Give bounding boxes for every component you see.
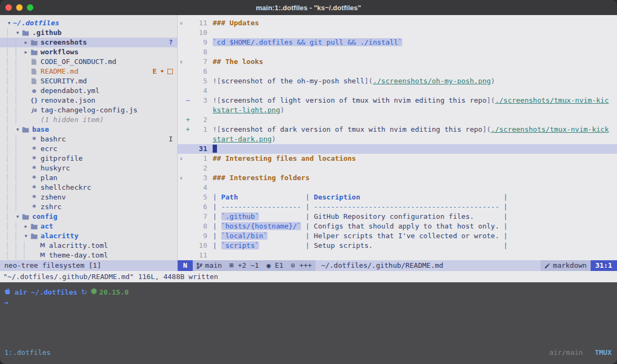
tree-item-bashrc[interactable]: │ │ *bashrcI xyxy=(0,134,177,144)
fold-open-icon[interactable]: ∨ xyxy=(178,57,185,67)
line-number: 11 xyxy=(191,251,207,260)
editor-line[interactable]: 10 xyxy=(178,28,617,38)
editor-line[interactable]: 5![screenshot of the oh-my-posh shell](.… xyxy=(178,76,617,86)
tree-item-plan[interactable]: │ │ *plan xyxy=(0,173,177,183)
editor-line[interactable]: ∨3### Interesting folders xyxy=(178,173,617,183)
tree-item-label: zshrc xyxy=(40,202,61,212)
minimize-button[interactable] xyxy=(16,4,23,11)
tree-item-gitprofile[interactable]: │ │ *gitprofile xyxy=(0,154,177,163)
editor-line[interactable]: 10| `scripts` | Setup scripts. | xyxy=(178,241,617,251)
tree-item-label: alacritty.toml xyxy=(49,241,108,251)
fullscreen-button[interactable] xyxy=(27,4,33,11)
tree-item-act[interactable]: │ │ ▸act xyxy=(0,222,177,231)
syntax-segment xyxy=(259,241,301,249)
branch-icon xyxy=(197,262,202,269)
line-number: 10 xyxy=(191,241,207,251)
editor-line[interactable]: 9`cd $HOME/.dotfiles && git pull && ./in… xyxy=(178,38,617,47)
expander-spacer xyxy=(31,241,38,251)
line-number: 4 xyxy=(191,183,207,192)
neo-tree-panel: ▾~/.dotfiles│ ▾.github│ │ ▸screenshots?│… xyxy=(0,15,178,260)
editor-line[interactable]: 6| ------------------- | ---------------… xyxy=(178,202,617,212)
prompt-host: air xyxy=(15,288,27,296)
indent-guides: │ │ xyxy=(5,183,22,192)
terminal-input-line[interactable]: → xyxy=(4,298,612,309)
tree-item-config[interactable]: │ ▾config xyxy=(0,212,177,222)
status-marker: • xyxy=(160,67,164,76)
tree-item-renovate.json[interactable]: │ │ {}renovate.json xyxy=(0,96,177,105)
editor-line[interactable]: 2 xyxy=(178,163,617,173)
tree-item-ecrc[interactable]: │ │ *ecrc xyxy=(0,144,177,154)
editor-line[interactable]: 9| `local/bin` | Helper scripts that I'v… xyxy=(178,231,617,241)
tree-item-screenshots[interactable]: │ │ ▸screenshots? xyxy=(0,38,177,47)
tree-item-huskyrc[interactable]: │ │ *huskyrc xyxy=(0,163,177,173)
editor-line[interactable]: 6 xyxy=(178,67,617,76)
sign-column xyxy=(185,183,191,192)
editor-line[interactable]: 8 xyxy=(178,47,617,57)
chevron-down-icon[interactable]: ▾ xyxy=(14,125,22,134)
indent-guides: │ │ xyxy=(5,173,22,183)
chevron-right-icon[interactable]: ▸ xyxy=(22,47,30,57)
tree-item-label: dependabot.yml xyxy=(40,86,100,96)
node-version-segment: 20.15.0 xyxy=(91,288,129,296)
tree-item-label: CODE_OF_CONDUCT.md xyxy=(40,57,116,67)
tree-item-dependabot.yml[interactable]: │ │ dependabot.yml xyxy=(0,86,177,96)
editor-line[interactable]: start-dark.png) xyxy=(178,134,617,144)
editor-line[interactable]: ∨7## The looks xyxy=(178,57,617,67)
fold-open-icon[interactable]: ∨ xyxy=(178,18,185,28)
chevron-right-icon[interactable]: ▸ xyxy=(22,38,30,47)
tree-item-label: ~/.dotfiles xyxy=(13,18,59,28)
editor-line[interactable]: 11 xyxy=(178,251,617,260)
editor-line[interactable]: 31 xyxy=(178,144,617,154)
tree-item-shellcheckrc[interactable]: │ │ *shellcheckrc xyxy=(0,183,177,192)
editor-line[interactable]: 5| Path | Description | xyxy=(178,192,617,202)
line-number: 11 xyxy=(191,18,207,28)
tree-item-.github[interactable]: │ ▾.github xyxy=(0,28,177,38)
shell-pane[interactable]: air ~/.dotfiles ↻ 20.15.0 → 1:.dotfiles … xyxy=(0,282,617,364)
editor-line[interactable]: +1![screenshot of dark version of tmux w… xyxy=(178,125,617,134)
line-content xyxy=(213,144,217,154)
tree-item-readme.md[interactable]: │ │ README.mdE• xyxy=(0,67,177,76)
statusline: N main ⊞ +2 ~1 ◉ E1 ⊙ +++ ~/.dotfiles/.g… xyxy=(178,260,617,271)
chevron-down-icon[interactable]: ▾ xyxy=(22,231,30,241)
chevron-down-icon[interactable]: ▾ xyxy=(14,28,22,38)
editor-line[interactable]: 4 xyxy=(178,86,617,96)
tree-item-code-of-conduct.md[interactable]: │ │ CODE_OF_CONDUCT.md xyxy=(0,57,177,67)
editor-line[interactable]: ∨11### Updates xyxy=(178,18,617,28)
editor-line[interactable]: ∨1## Interesting files and locations xyxy=(178,154,617,163)
tree-item-tag-changelog-config.js[interactable]: │ │ jstag-changelog-config.js xyxy=(0,105,177,115)
folder-icon xyxy=(30,233,38,239)
tree-item-alacritty.toml[interactable]: │ │ │ Malacritty.toml xyxy=(0,241,177,251)
tree-item-security.md[interactable]: │ │ SECURITY.md xyxy=(0,76,177,86)
editor-line[interactable]: ~3![screenshot of light version of tmux … xyxy=(178,96,617,105)
tree-item-base[interactable]: │ ▾base xyxy=(0,125,177,134)
editor-line[interactable]: 7| `.github` | GitHub Repository configu… xyxy=(178,212,617,222)
tree-item-workflows[interactable]: │ │ ▸workflows xyxy=(0,47,177,57)
syntax-segment: ]( xyxy=(482,125,491,133)
fold-open-icon[interactable]: ∨ xyxy=(178,173,185,183)
tree-item--.dotfiles[interactable]: ▾~/.dotfiles xyxy=(0,18,177,28)
fold-open-icon[interactable]: ∨ xyxy=(178,154,185,163)
syntax-segment: | xyxy=(301,193,313,201)
editor-buffer[interactable]: ∨11### Updates109`cd $HOME/.dotfiles && … xyxy=(178,15,617,260)
editor-line[interactable]: +2 xyxy=(178,115,617,125)
close-button[interactable] xyxy=(5,4,12,11)
tree-item-theme-day.toml[interactable]: │ │ │ Mtheme-day.toml xyxy=(0,251,177,260)
chevron-right-icon[interactable]: ▸ xyxy=(22,222,30,231)
chevron-down-icon[interactable]: ▾ xyxy=(14,212,22,222)
folder-icon xyxy=(30,224,38,230)
syntax-segment: ### Interesting folders xyxy=(213,174,310,182)
editor-line[interactable]: 8| `hosts/{hostname}/` | Configs that sh… xyxy=(178,222,617,231)
syntax-segment: ![ xyxy=(213,77,221,85)
sign-column xyxy=(185,134,191,144)
line-content: ### Interesting folders xyxy=(213,173,310,183)
sign-column xyxy=(185,154,191,163)
tmux-window[interactable]: 1:.dotfiles xyxy=(4,348,51,356)
line-content: ## Interesting files and locations xyxy=(213,154,356,163)
tree-item-zshrc[interactable]: │ │ *zshrc xyxy=(0,202,177,212)
chevron-down-icon[interactable]: ▾ xyxy=(5,18,13,28)
editor-line[interactable]: kstart-light.png) xyxy=(178,105,617,115)
editor-line[interactable]: 4 xyxy=(178,183,617,192)
tree-item-alacritty[interactable]: │ │ ▾alacritty xyxy=(0,231,177,241)
tree-item--1-hidden-item-[interactable]: │ │ (1 hidden item) xyxy=(0,115,177,125)
tree-item-zshenv[interactable]: │ │ *zshenv xyxy=(0,192,177,202)
